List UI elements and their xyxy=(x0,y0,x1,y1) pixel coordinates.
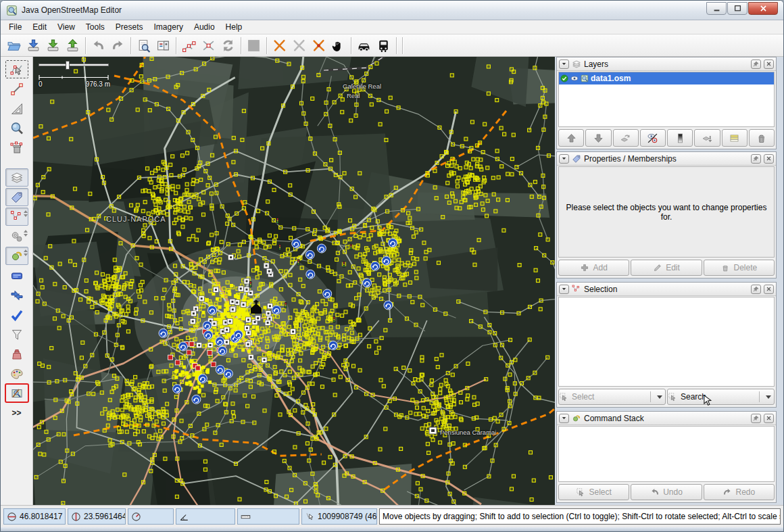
layers-panel-header: Layers xyxy=(557,57,776,71)
toggle-selection-panel[interactable] xyxy=(5,208,28,226)
layer-visible-icon[interactable] xyxy=(570,74,579,82)
object-info-field[interactable]: 1009908749 (46.8044... xyxy=(301,508,377,525)
main-toolbar xyxy=(1,34,783,57)
longitude-field[interactable]: 23.5961464 xyxy=(68,508,126,525)
delete-tag-button[interactable]: Delete xyxy=(704,260,775,276)
angle-field[interactable] xyxy=(176,508,235,525)
menu-imagery[interactable]: Imagery xyxy=(149,21,189,33)
close-button[interactable] xyxy=(748,2,778,15)
pan-button[interactable] xyxy=(328,36,348,55)
update-data-button[interactable] xyxy=(218,36,238,55)
titlebar[interactable]: Java OpenStreetMap Editor xyxy=(1,1,783,20)
layer-active-icon[interactable] xyxy=(560,74,568,82)
changeset-manager-button[interactable] xyxy=(5,345,28,363)
menu-audio[interactable]: Audio xyxy=(189,21,220,33)
imagery-placeholder-button[interactable] xyxy=(244,36,264,55)
collapse-icon[interactable] xyxy=(559,154,569,164)
download-data-button[interactable] xyxy=(43,36,63,55)
menu-file[interactable]: File xyxy=(3,21,27,33)
command-undo-button[interactable]: Undo xyxy=(631,484,702,500)
map-paint-styles-button[interactable] xyxy=(5,364,28,383)
delete-tool[interactable] xyxy=(5,139,28,157)
delete-layer-button[interactable] xyxy=(749,129,775,147)
upload-data-button[interactable] xyxy=(63,36,82,55)
more-buttons[interactable]: >> xyxy=(5,404,28,422)
pin-icon[interactable] xyxy=(751,285,761,294)
add-tag-button[interactable]: Add xyxy=(558,260,629,276)
toggle-properties-panel[interactable] xyxy=(5,188,28,206)
close-icon[interactable] xyxy=(764,414,774,423)
toolbar-separator xyxy=(130,37,131,54)
move-layer-down-button[interactable] xyxy=(585,129,611,147)
zoom-slider-handle[interactable] xyxy=(66,61,70,70)
menu-tools[interactable]: Tools xyxy=(80,21,110,33)
open-file-button[interactable] xyxy=(4,36,24,55)
unglue-ways-button[interactable] xyxy=(179,36,199,55)
scale-distance-label: 976.3 m xyxy=(86,80,110,88)
pin-icon[interactable] xyxy=(751,154,761,164)
layers-list[interactable]: data1.osm xyxy=(558,72,775,127)
save-session-button[interactable] xyxy=(24,36,43,55)
collapse-icon[interactable] xyxy=(559,414,569,423)
bus-routing-button[interactable] xyxy=(374,36,393,55)
redo-button[interactable] xyxy=(108,36,128,55)
side-toolbar: >> xyxy=(1,57,33,505)
zoom-tool[interactable] xyxy=(5,119,28,137)
menubar: FileEditViewToolsPresetsImageryAudioHelp xyxy=(1,20,783,34)
close-icon[interactable] xyxy=(764,59,774,69)
merge-layer-button[interactable] xyxy=(613,129,639,147)
draw-node-tool[interactable] xyxy=(5,80,28,98)
menu-help[interactable]: Help xyxy=(220,21,248,33)
close-icon[interactable] xyxy=(764,285,774,294)
zoom-slider[interactable] xyxy=(39,61,109,70)
imagery-panel-button[interactable] xyxy=(5,266,28,285)
duplicate-layer-button[interactable] xyxy=(722,129,748,147)
conflict-panel-button[interactable] xyxy=(5,286,28,304)
car-routing-button[interactable] xyxy=(354,36,374,55)
filter-button[interactable] xyxy=(5,325,28,343)
close-icon[interactable] xyxy=(764,154,774,164)
menu-edit[interactable]: Edit xyxy=(27,21,52,33)
distance-field[interactable] xyxy=(237,508,299,525)
collapse-icon[interactable] xyxy=(559,59,569,69)
command-redo-button[interactable]: Redo xyxy=(704,484,775,500)
latitude-field[interactable]: 46.8018417 xyxy=(3,508,66,525)
collapse-icon[interactable] xyxy=(559,285,569,294)
maximize-button[interactable] xyxy=(727,2,748,15)
pin-icon[interactable] xyxy=(751,59,761,69)
toolbar-separator xyxy=(241,37,241,54)
layer-opacity-button[interactable] xyxy=(667,129,693,147)
toggle-commandstack-panel[interactable] xyxy=(5,247,28,265)
plugin-button[interactable] xyxy=(5,384,28,402)
reverse-way-button[interactable] xyxy=(309,36,328,55)
measure-angle-tool[interactable] xyxy=(5,99,28,118)
toolbar-separator xyxy=(402,37,403,54)
split-way-button[interactable] xyxy=(270,36,289,55)
edit-tag-button[interactable]: Edit xyxy=(631,260,702,276)
heading-icon xyxy=(131,512,141,522)
show-hide-layer-button[interactable] xyxy=(640,129,666,147)
selection-list[interactable] xyxy=(558,297,775,387)
move-layer-up-button[interactable] xyxy=(558,129,584,147)
selection-search-button[interactable]: Search xyxy=(667,389,775,405)
combine-way-button[interactable] xyxy=(289,36,309,55)
select-move-tool[interactable] xyxy=(5,60,28,78)
merge-nodes-button[interactable] xyxy=(199,36,218,55)
toggle-layers-panel[interactable] xyxy=(5,168,28,187)
layer-row[interactable]: data1.osm xyxy=(559,72,774,84)
undo-button[interactable] xyxy=(89,36,108,55)
menu-presets[interactable]: Presets xyxy=(110,21,149,33)
command-stack-list[interactable] xyxy=(558,426,775,482)
search-preferences-button[interactable] xyxy=(134,36,153,55)
preferences-button[interactable] xyxy=(153,36,173,55)
map-canvas[interactable]: Galeriile RealRealCLUJ-NAPOCAPensiunea C… xyxy=(33,57,555,505)
validator-button[interactable] xyxy=(5,306,28,324)
heading-field[interactable] xyxy=(128,508,174,525)
pin-icon[interactable] xyxy=(751,414,761,423)
menu-view[interactable]: View xyxy=(52,21,80,33)
merge-layer-down-button[interactable] xyxy=(694,129,720,147)
selection-select-button[interactable]: Select xyxy=(558,389,666,405)
minimize-button[interactable] xyxy=(706,2,727,15)
command-select-button[interactable]: Select xyxy=(558,484,629,500)
toggle-relations-panel[interactable] xyxy=(5,227,28,245)
